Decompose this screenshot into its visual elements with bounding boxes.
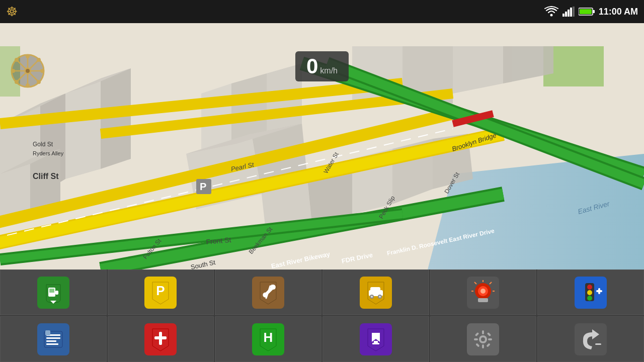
wifi-icon (544, 6, 558, 17)
settings-button[interactable] (430, 316, 537, 362)
svg-point-131 (481, 337, 485, 341)
alert-button[interactable] (430, 269, 537, 315)
svg-rect-133 (482, 344, 484, 348)
svg-rect-5 (573, 7, 575, 17)
wheel-icon: ☸ (6, 4, 18, 20)
svg-rect-90 (49, 295, 54, 296)
traffic-button[interactable] (537, 269, 644, 315)
svg-point-106 (480, 289, 486, 294)
svg-rect-99 (370, 287, 380, 292)
svg-rect-1 (562, 14, 565, 17)
svg-text:H: H (264, 330, 273, 345)
svg-rect-4 (570, 8, 572, 17)
towing-button[interactable] (323, 269, 429, 315)
svg-point-78 (26, 54, 30, 58)
hotel-button[interactable]: H (215, 316, 321, 362)
list-button[interactable] (0, 316, 107, 362)
svg-rect-140 (595, 343, 601, 345)
svg-point-80 (11, 69, 15, 73)
add-pin-button[interactable] (108, 316, 214, 362)
svg-point-115 (587, 290, 592, 295)
compass-wheel[interactable] (10, 53, 45, 95)
time-display: 11:00 AM (599, 7, 638, 17)
status-bar: ☸ 11:00 AM (0, 0, 644, 23)
parking-button[interactable]: P (108, 269, 214, 315)
speed-display: 0 km/h (295, 51, 349, 81)
svg-rect-3 (568, 10, 570, 17)
svg-rect-7 (593, 10, 595, 13)
svg-rect-138 (476, 343, 480, 347)
svg-point-83 (37, 58, 41, 62)
svg-marker-17 (65, 78, 101, 179)
speed-value: 0 (306, 54, 318, 78)
svg-point-114 (587, 285, 592, 290)
svg-point-116 (587, 296, 592, 301)
svg-rect-118 (598, 288, 600, 294)
svg-text:P: P (156, 283, 165, 298)
svg-point-79 (26, 83, 30, 87)
svg-point-77 (26, 69, 30, 73)
signal-icon (562, 7, 575, 17)
battery-icon (579, 7, 595, 16)
svg-rect-124 (45, 330, 50, 335)
toolbar: P (0, 269, 644, 362)
svg-rect-129 (372, 343, 379, 344)
svg-rect-2 (565, 12, 567, 17)
svg-point-0 (550, 14, 552, 17)
svg-rect-126 (154, 336, 167, 339)
svg-rect-139 (487, 343, 491, 347)
svg-rect-136 (475, 332, 479, 336)
status-bar-left: ☸ (6, 4, 18, 20)
svg-text:P: P (200, 181, 206, 192)
bookmark-button[interactable] (323, 316, 429, 362)
svg-rect-8 (580, 9, 592, 14)
svg-rect-128 (374, 341, 378, 343)
svg-text:Ryders Alley: Ryders Alley (33, 150, 64, 156)
svg-rect-137 (487, 332, 491, 336)
svg-rect-121 (46, 337, 60, 339)
svg-point-102 (371, 296, 373, 298)
status-bar-right: 11:00 AM (544, 6, 638, 17)
tools-button[interactable] (215, 269, 321, 315)
svg-line-109 (490, 282, 492, 284)
redo-button[interactable] (537, 316, 644, 362)
svg-rect-107 (478, 298, 488, 302)
svg-text:Gold St: Gold St (33, 141, 53, 148)
map-area[interactable]: East River (0, 23, 644, 269)
svg-line-110 (474, 282, 476, 284)
svg-rect-87 (49, 289, 54, 293)
svg-point-82 (15, 58, 19, 62)
svg-rect-134 (474, 338, 478, 340)
svg-rect-123 (46, 343, 58, 345)
svg-text:Cliff St: Cliff St (33, 172, 59, 180)
svg-point-103 (379, 296, 381, 298)
svg-rect-122 (46, 340, 56, 342)
svg-rect-132 (482, 330, 484, 334)
fuel-button[interactable] (0, 269, 107, 315)
svg-rect-135 (488, 338, 492, 340)
speed-unit: km/h (320, 66, 338, 75)
svg-point-81 (40, 69, 44, 73)
svg-point-84 (15, 80, 19, 84)
svg-point-85 (37, 80, 41, 84)
